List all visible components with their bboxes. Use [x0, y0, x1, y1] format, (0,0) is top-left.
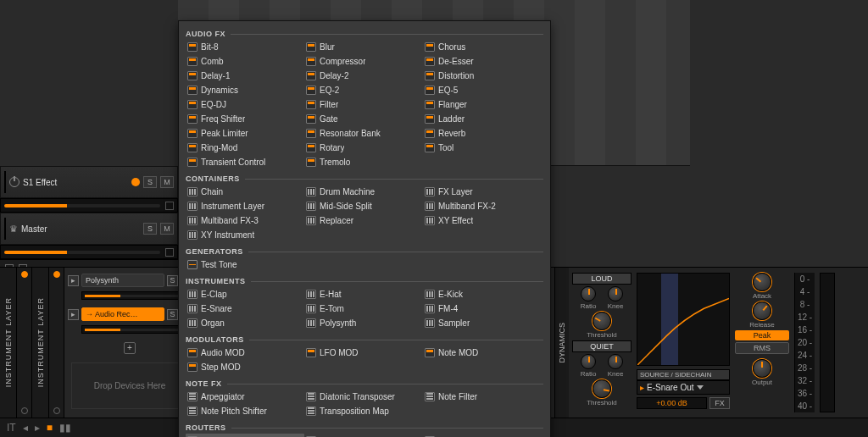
- menu-item[interactable]: Chorus: [423, 40, 542, 54]
- menu-item[interactable]: XY Instrument: [186, 228, 304, 242]
- mute-button[interactable]: M: [160, 223, 174, 235]
- menu-item[interactable]: EQ-5: [423, 83, 542, 97]
- menu-item[interactable]: FX Layer: [423, 185, 542, 199]
- menu-item[interactable]: Drum Machine: [304, 185, 423, 199]
- menu-item[interactable]: Peak Limiter: [186, 126, 304, 141]
- menu-item[interactable]: Organ: [186, 316, 304, 330]
- menu-item[interactable]: Audio MOD: [186, 346, 304, 360]
- track-master[interactable]: Master S M: [0, 213, 178, 245]
- menu-item[interactable]: Delay-2: [304, 69, 423, 83]
- menu-item[interactable]: Gate: [304, 112, 423, 126]
- meter-toggle-icon[interactable]: [165, 202, 174, 210]
- menu-item[interactable]: Chain: [186, 185, 304, 199]
- instrument-layer-tab-inner[interactable]: INSTRUMENT LAYER: [32, 268, 49, 418]
- menu-item[interactable]: Note Pitch Shifter: [186, 404, 304, 418]
- device-chip-selected[interactable]: Audio Rec…: [81, 307, 164, 321]
- menu-item[interactable]: Test Tone: [186, 257, 304, 272]
- track-s1-effect[interactable]: S1 Effect S M: [0, 166, 178, 198]
- menu-item[interactable]: Note Filter: [423, 390, 542, 404]
- device-slot-audio-receiver[interactable]: ▸ Audio Rec… S M: [68, 307, 192, 322]
- menu-item[interactable]: Rotary: [304, 141, 423, 155]
- stop-icon[interactable]: ■: [47, 422, 53, 434]
- menu-item[interactable]: Hardware Instrument: [423, 434, 542, 437]
- knee-knob[interactable]: [608, 354, 623, 369]
- menu-item[interactable]: Distortion: [423, 69, 542, 83]
- mute-button[interactable]: M: [160, 176, 174, 188]
- pause-icon[interactable]: ▮▮: [59, 422, 71, 434]
- add-slot-icon[interactable]: +: [124, 342, 136, 354]
- menu-item[interactable]: Audio Receiver: [186, 434, 304, 437]
- menu-item[interactable]: Blur: [304, 40, 423, 54]
- menu-item[interactable]: Arpeggiator: [186, 390, 304, 404]
- fx-button[interactable]: FX: [709, 397, 730, 409]
- knee-knob[interactable]: [608, 286, 623, 301]
- expand-icon[interactable]: ▸: [68, 275, 79, 286]
- menu-item[interactable]: EQ-DJ: [186, 97, 304, 112]
- menu-item[interactable]: Comb: [186, 54, 304, 69]
- device-browser-menu[interactable]: AUDIO FXBit-8BlurChorusCombCompressorDe-…: [178, 20, 551, 437]
- next-icon[interactable]: ▸: [35, 422, 40, 434]
- menu-item[interactable]: Filter: [304, 97, 423, 112]
- menu-item[interactable]: XY Effect: [423, 213, 542, 228]
- drag-handle-icon[interactable]: [4, 218, 6, 240]
- menu-item[interactable]: E-Snare: [186, 301, 304, 316]
- meter-toggle-icon[interactable]: [165, 248, 174, 257]
- menu-item[interactable]: Reverb: [423, 126, 542, 141]
- menu-item[interactable]: Compressor: [304, 54, 423, 69]
- solo-button[interactable]: S: [167, 309, 178, 320]
- rail-dot-on-icon[interactable]: [21, 271, 28, 278]
- track-name[interactable]: S1 Effect: [23, 178, 128, 187]
- rms-button[interactable]: RMS: [735, 342, 789, 354]
- ratio-knob[interactable]: [581, 354, 596, 369]
- menu-item[interactable]: Tremolo: [304, 155, 423, 169]
- prev-icon[interactable]: ◂: [23, 422, 28, 434]
- menu-item[interactable]: LFO MOD: [304, 346, 423, 360]
- menu-item[interactable]: EQ-2: [304, 83, 423, 97]
- attack-knob[interactable]: [753, 273, 771, 291]
- output-knob[interactable]: [753, 359, 771, 378]
- ratio-knob[interactable]: [581, 286, 596, 301]
- menu-item[interactable]: Instrument Layer: [186, 199, 304, 213]
- expand-icon[interactable]: ▸: [68, 309, 79, 320]
- menu-item[interactable]: Ring-Mod: [186, 141, 304, 155]
- menu-item[interactable]: Flanger: [423, 97, 542, 112]
- menu-item[interactable]: Mid-Side Split: [304, 199, 423, 213]
- menu-item[interactable]: Tool: [423, 141, 542, 155]
- sidechain-source-dropdown[interactable]: ▸ E-Snare Out: [637, 380, 730, 395]
- track-name[interactable]: Master: [21, 224, 140, 234]
- menu-item[interactable]: Polysynth: [304, 316, 423, 330]
- power-icon[interactable]: [9, 177, 19, 187]
- menu-item[interactable]: Multiband FX-3: [186, 213, 304, 228]
- menu-item[interactable]: E-Hat: [304, 287, 423, 301]
- menu-item[interactable]: Bit-8: [186, 40, 304, 54]
- menu-item[interactable]: FM-4: [423, 301, 542, 316]
- peak-button[interactable]: Peak: [735, 330, 789, 340]
- solo-button[interactable]: S: [167, 275, 178, 286]
- menu-item[interactable]: Ladder: [423, 112, 542, 126]
- solo-button[interactable]: S: [143, 223, 157, 235]
- menu-item[interactable]: Replacer: [304, 213, 423, 228]
- release-knob[interactable]: [753, 301, 771, 320]
- menu-item[interactable]: E-Kick: [423, 287, 542, 301]
- dynamics-tab[interactable]: DYNAMICS: [555, 268, 569, 418]
- edit-mode-label[interactable]: IT: [7, 422, 16, 434]
- menu-item[interactable]: Sampler: [423, 316, 542, 330]
- rail-dot-icon[interactable]: [21, 407, 28, 414]
- instrument-layer-tab-outer[interactable]: INSTRUMENT LAYER: [0, 268, 17, 418]
- threshold-loud-knob[interactable]: [593, 312, 611, 330]
- menu-item[interactable]: Transient Control: [186, 155, 304, 169]
- rail-dot-icon[interactable]: [53, 407, 60, 414]
- drag-handle-icon[interactable]: [4, 171, 6, 193]
- menu-item[interactable]: Diatonic Transposer: [304, 390, 423, 404]
- menu-item[interactable]: Multiband FX-2: [423, 199, 542, 213]
- device-slot-polysynth[interactable]: ▸ Polysynth S M: [68, 273, 192, 288]
- menu-item[interactable]: Step MOD: [186, 360, 304, 374]
- drop-devices-zone[interactable]: Drop Devices Here: [71, 362, 188, 409]
- menu-item[interactable]: Hardware FX: [304, 434, 423, 437]
- menu-item[interactable]: Note MOD: [423, 346, 542, 360]
- menu-item[interactable]: Dynamics: [186, 83, 304, 97]
- menu-item[interactable]: Resonator Bank: [304, 126, 423, 141]
- rail-dot-on-icon[interactable]: [53, 271, 60, 278]
- device-chip[interactable]: Polysynth: [81, 274, 164, 287]
- menu-item[interactable]: E-Tom: [304, 301, 423, 316]
